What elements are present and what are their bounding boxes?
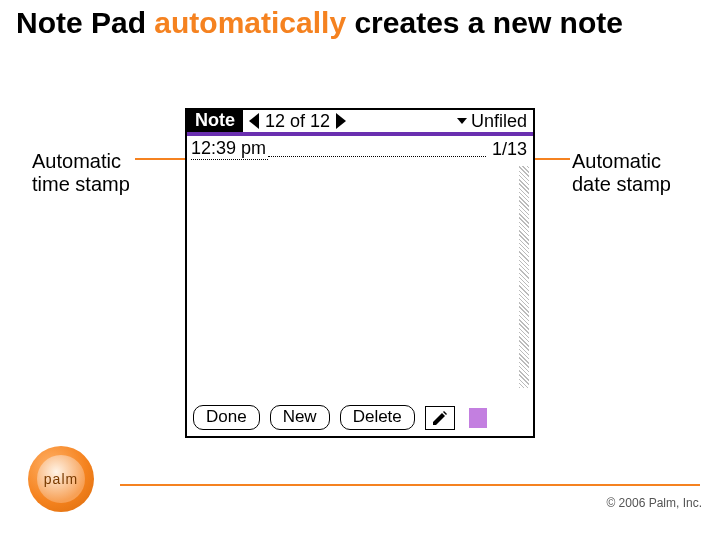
time-stamp: 12:39 pm — [191, 138, 268, 160]
delete-button[interactable]: Delete — [340, 405, 415, 430]
palm-logo: palm — [28, 446, 94, 512]
app-name: Note — [187, 110, 243, 132]
title-underline — [268, 156, 486, 157]
scrollbar[interactable] — [519, 166, 529, 388]
title-accent: automatically — [154, 6, 346, 39]
date-stamp: 1/13 — [492, 139, 527, 160]
title-pre: Note Pad — [16, 6, 154, 39]
footer-rule — [120, 484, 700, 486]
title-bar: Note 12 of 12 Unfiled — [187, 110, 533, 136]
record-counter: 12 of 12 — [265, 111, 330, 132]
note-canvas[interactable]: 12:39 pm 1/13 — [187, 136, 533, 392]
new-button[interactable]: New — [270, 405, 330, 430]
title-post: creates a new note — [346, 6, 623, 39]
button-bar: Done New Delete — [193, 405, 527, 430]
pencil-icon — [431, 409, 449, 427]
color-swatch[interactable] — [469, 408, 487, 428]
record-nav: 12 of 12 — [249, 111, 346, 132]
chevron-down-icon — [457, 118, 467, 124]
next-arrow-icon[interactable] — [336, 113, 346, 129]
palm-logo-text: palm — [37, 455, 85, 503]
copyright: © 2006 Palm, Inc. — [606, 496, 702, 510]
notepad-screen: Note 12 of 12 Unfiled 12:39 pm 1/13 Done… — [185, 108, 535, 438]
pen-tool-button[interactable] — [425, 406, 455, 430]
slide-title: Note Pad automatically creates a new not… — [16, 6, 623, 41]
category-label: Unfiled — [471, 111, 527, 132]
category-picker[interactable]: Unfiled — [457, 111, 527, 132]
prev-arrow-icon[interactable] — [249, 113, 259, 129]
done-button[interactable]: Done — [193, 405, 260, 430]
